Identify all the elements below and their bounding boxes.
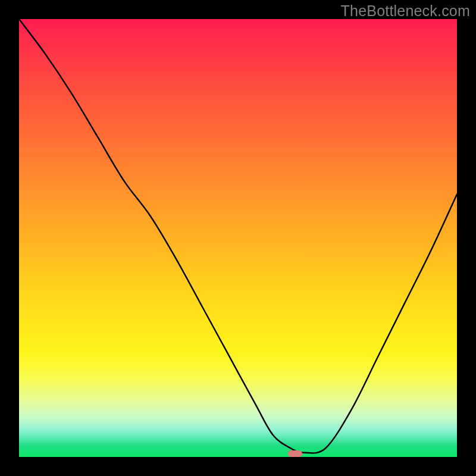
chart-frame: TheBottleneck.com [0,0,476,476]
severity-gradient [19,19,457,457]
watermark-text: TheBottleneck.com [341,2,470,20]
plot-area [19,19,457,457]
